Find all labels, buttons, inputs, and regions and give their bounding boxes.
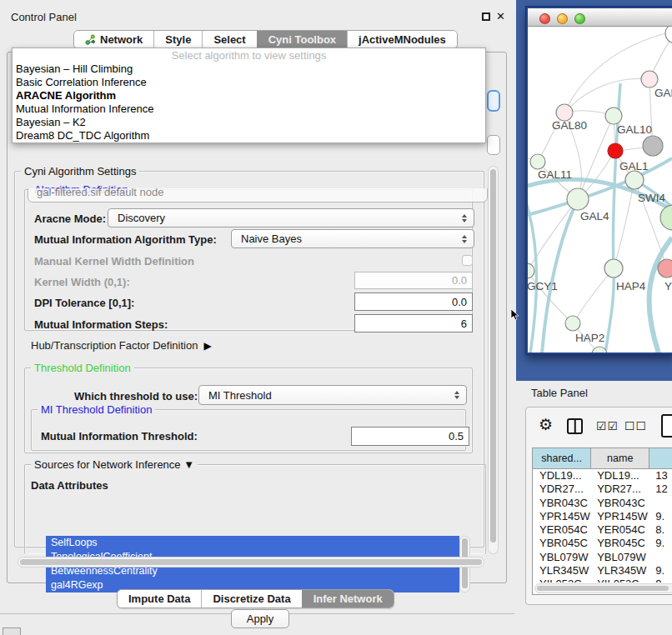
mouse-cursor [510, 308, 520, 322]
close-icon[interactable]: ✕ [496, 10, 505, 22]
minimize-traffic-light[interactable] [557, 13, 568, 24]
node-label-gal: GAL [654, 87, 672, 99]
column-header-name[interactable]: name [591, 448, 649, 468]
table-row[interactable]: YBR043CYBR043C [533, 497, 672, 510]
hub-section-toggle[interactable]: Hub/Transcription Factor Definition▶ [31, 339, 212, 352]
algorithm-dropdown-placeholder: Select algorithm to view settings [13, 48, 485, 62]
algorithm-option-bayesian-hill-climbing[interactable]: Bayesian – Hill Climbing [13, 62, 485, 76]
tab-style[interactable]: Style [153, 31, 202, 48]
table-row[interactable]: YBR045CYBR045C9. [533, 537, 672, 550]
column-header-cut[interactable] [649, 448, 672, 468]
table-row[interactable]: YPR145WYPR145W9. [533, 510, 672, 523]
settings-horizontal-scrollbar[interactable] [18, 557, 484, 568]
table-cell: YBL079W [533, 551, 591, 564]
node-label-gal80: GAL80 [552, 119, 587, 132]
table-row[interactable]: YLR345WYLR345W9. [533, 564, 672, 578]
node-label-gal10: GAL10 [617, 123, 652, 136]
spinner-arrows-icon [462, 214, 467, 222]
table-cell: YDL19... [591, 469, 649, 482]
tab-network[interactable]: Network [74, 31, 153, 48]
mi-threshold-field[interactable]: 0.5 [351, 427, 469, 446]
network-node[interactable] [665, 27, 672, 43]
algorithm-option-mutual-information-inference[interactable]: Mutual Information Inference [13, 102, 485, 116]
new-table-icon[interactable] [661, 414, 672, 438]
table-row[interactable]: YDR27...YDR27...12 [533, 482, 672, 496]
mi-steps-field[interactable]: 6 [354, 314, 473, 332]
network-node[interactable] [604, 259, 623, 278]
column-header-shared[interactable]: shared... [533, 448, 591, 468]
table-cell: YLR345W [591, 564, 649, 578]
table-cell: YBR045C [533, 537, 591, 550]
expand-right-icon: ▶ [203, 340, 211, 352]
table-toolbar: ⚙ ☑☑ ☐☐ [526, 408, 672, 446]
sources-group-title[interactable]: Sources for Network Inference ▼ [31, 458, 198, 471]
table-cell: 9. [649, 578, 672, 582]
network-node[interactable] [660, 205, 672, 230]
network-node[interactable] [528, 263, 534, 278]
algorithm-option-aracne-algorithm[interactable]: ARACNE Algorithm [13, 89, 485, 102]
network-node[interactable] [608, 143, 623, 158]
close-traffic-light[interactable] [539, 13, 550, 24]
apply-button[interactable]: Apply [231, 609, 289, 628]
mi-type-label: Mutual Information Algorithm Type: [34, 233, 217, 246]
table-cell: 8. [649, 523, 672, 537]
network-node[interactable] [567, 188, 589, 210]
deselect-all-checkboxes-icon[interactable]: ☐☐ [624, 419, 647, 432]
network-node[interactable] [556, 104, 573, 121]
table-cell: YIL052C [591, 578, 649, 582]
network-node[interactable] [643, 136, 663, 156]
table-cell: YBR045C [591, 537, 649, 550]
node-label-hap4: HAP4 [616, 280, 646, 292]
table-cell: 9. [649, 510, 672, 523]
mi-type-select[interactable]: Naive Bayes [231, 229, 474, 248]
tab-infer-network[interactable]: Infer Network [302, 590, 394, 608]
control-panel-window: Control Panel ✕ NetworkStyleSelectCyni T… [0, 7, 514, 614]
aracne-mode-label: Aracne Mode: [34, 212, 106, 225]
tab-cyni-toolbox[interactable]: Cyni Toolbox [257, 31, 347, 48]
tab-label: jActiveMNodules [359, 33, 446, 46]
tab-label: Style [165, 33, 191, 46]
combo-fragment [487, 135, 500, 155]
network-icon [85, 34, 96, 45]
manual-kernel-label: Manual Kernel Width Definition [34, 255, 194, 268]
table-row[interactable]: YIL052CYIL052C9. [533, 578, 672, 582]
attribute-item-selfloops[interactable]: SelfLoops [46, 536, 459, 550]
tab-select[interactable]: Select [202, 31, 256, 48]
network-node[interactable] [530, 154, 545, 169]
algorithm-option-basic-correlation-inference[interactable]: Basic Correlation Inference [13, 76, 485, 89]
node-label-gcy1: GCY1 [528, 280, 558, 292]
algorithm-dropdown-list: Bayesian – Hill ClimbingBasic Correlatio… [13, 62, 485, 142]
zoom-traffic-light[interactable] [574, 13, 585, 24]
table-cell: YBR043C [533, 497, 591, 510]
network-node[interactable] [565, 316, 580, 331]
network-node[interactable] [605, 108, 622, 124]
table-row[interactable]: YDL19...YDL19...13 [533, 469, 672, 482]
network-canvas[interactable]: GALGAL80GAL10GAL1GAL11SWI4GAL4GCY1HAP4YH… [528, 27, 672, 352]
tab-jactivemnodules[interactable]: jActiveMNodules [347, 31, 457, 48]
manual-kernel-checkbox[interactable] [462, 255, 473, 266]
tab-discretize-data[interactable]: Discretize Data [201, 590, 301, 608]
float-window-icon[interactable] [482, 12, 490, 21]
bottom-left-fragment-button[interactable] [3, 628, 21, 635]
network-window-titlebar[interactable] [528, 8, 672, 27]
select-all-checkboxes-icon[interactable]: ☑☑ [596, 419, 619, 432]
combo-fragment-focused [487, 90, 500, 112]
gear-icon[interactable]: ⚙ [539, 415, 553, 434]
table-row[interactable]: YER054CYER054C8. [533, 523, 672, 537]
which-threshold-select[interactable]: MI Threshold [198, 385, 467, 405]
network-node[interactable] [641, 71, 658, 88]
column-layout-icon[interactable] [567, 418, 583, 434]
dpi-tolerance-field[interactable]: 0.0 [354, 292, 473, 311]
table-horizontal-scrollbar[interactable] [534, 583, 672, 593]
settings-vertical-scrollbar[interactable] [488, 166, 499, 554]
table-row[interactable]: YBL079WYBL079W [533, 551, 672, 564]
collapse-down-icon: ▼ [183, 458, 194, 471]
algorithm-option-dream8-dc-tdc-algorithm[interactable]: Dream8 DC_TDC Algorithm [13, 129, 485, 142]
aracne-mode-select[interactable]: Discovery [108, 208, 474, 228]
tab-impute-data[interactable]: Impute Data [118, 590, 201, 608]
table-cell: YBL079W [591, 551, 649, 564]
algorithm-option-bayesian-k2[interactable]: Bayesian – K2 [13, 116, 485, 129]
kernel-width-field[interactable]: 0.0 [354, 272, 473, 289]
network-node[interactable] [625, 171, 644, 189]
network-node[interactable] [658, 259, 672, 278]
